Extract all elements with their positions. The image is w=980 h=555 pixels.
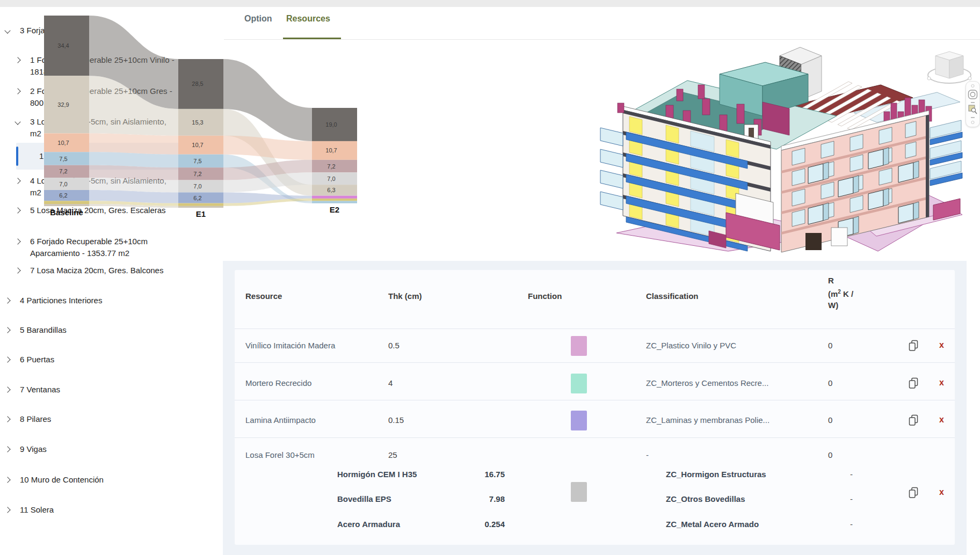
sub-material-thk: 7.98 bbox=[460, 494, 505, 503]
col-header-r: R (m2 K / W) bbox=[828, 275, 853, 311]
delete-row-button[interactable]: x bbox=[939, 378, 944, 388]
row-divider bbox=[235, 362, 955, 363]
sankey-node-value: 6,2 bbox=[193, 195, 201, 201]
sidebar-item-muro[interactable]: 10 Muro de Contención bbox=[0, 474, 185, 486]
sidebar-item-vigas[interactable]: 9 Vigas bbox=[0, 443, 185, 455]
copy-row-button[interactable] bbox=[908, 486, 919, 499]
sankey-node-value: 19,0 bbox=[325, 121, 337, 128]
chevron-right-icon[interactable] bbox=[4, 297, 10, 303]
sankey-node-value: 10,7 bbox=[325, 147, 337, 154]
cell-thk: 0.5 bbox=[388, 341, 400, 350]
cell-r: 0 bbox=[828, 378, 832, 388]
resources-table-card bbox=[235, 270, 955, 545]
delete-row-button[interactable]: x bbox=[939, 487, 944, 497]
sub-material-name: Hormigón CEM I H35 bbox=[337, 470, 417, 479]
sankey-column-label: E1 bbox=[196, 209, 206, 218]
copy-row-button[interactable] bbox=[908, 339, 919, 352]
sankey-node-value: 10,7 bbox=[57, 140, 69, 146]
copy-row-button[interactable] bbox=[908, 414, 919, 427]
sub-material-classification: ZC_Otros Bovedillas bbox=[666, 494, 745, 503]
sankey-node-value: 7,2 bbox=[193, 171, 201, 177]
sankey-node-value: 6,2 bbox=[59, 192, 67, 199]
sankey-node-value: 34,4 bbox=[57, 42, 69, 49]
model-3d-viewport[interactable] bbox=[591, 38, 980, 258]
chevron-right-icon[interactable] bbox=[14, 267, 20, 273]
chevron-right-icon[interactable] bbox=[4, 386, 10, 392]
orbit-tool-icon[interactable] bbox=[969, 90, 977, 99]
chevron-right-icon[interactable] bbox=[4, 446, 10, 452]
sankey-flow bbox=[89, 152, 178, 167]
toolbar-dot-top bbox=[971, 84, 974, 87]
sankey-node-value: 7,5 bbox=[59, 156, 67, 162]
zoom-select-tool-icon[interactable] bbox=[969, 105, 977, 114]
sankey-node-value: 7,0 bbox=[59, 181, 67, 187]
sidebar-item-forjado-7[interactable]: 7 Losa Maciza 20cm, Gres. Balcones bbox=[0, 265, 185, 276]
chevron-right-icon[interactable] bbox=[4, 507, 10, 513]
sankey-node-value: 28,5 bbox=[192, 81, 203, 87]
sidebar-item-barandillas[interactable]: 5 Barandillas bbox=[0, 324, 185, 336]
sub-material-name: Bovedilla EPS bbox=[337, 494, 391, 503]
sidebar-item-particiones[interactable]: 4 Particiones Interiores bbox=[0, 295, 185, 306]
cell-classification: ZC_Laminas y membranas Polie... bbox=[646, 415, 770, 425]
view-cube[interactable] bbox=[927, 52, 971, 83]
cell-thk: 4 bbox=[388, 378, 393, 388]
sub-material-r: - bbox=[850, 520, 853, 529]
sankey-node-value: 7,0 bbox=[327, 176, 335, 182]
sankey-column-label: Baseline bbox=[50, 208, 83, 217]
toolbar-dot-bottom bbox=[971, 121, 974, 123]
sidebar-item-puertas[interactable]: 6 Puertas bbox=[0, 354, 185, 366]
sidebar-item-ventanas[interactable]: 7 Ventanas bbox=[0, 384, 185, 396]
col-header-classification: Classification bbox=[646, 291, 699, 301]
sankey-node bbox=[44, 204, 89, 206]
sub-material-r: - bbox=[850, 494, 853, 503]
sankey-node-value: 7,5 bbox=[193, 158, 201, 164]
cell-resource: Lamina Antiimpacto bbox=[245, 415, 316, 425]
sub-material-name: Acero Armadura bbox=[337, 520, 400, 529]
copy-row-button[interactable] bbox=[908, 377, 919, 390]
cell-r: 0 bbox=[828, 450, 832, 459]
chevron-right-icon[interactable] bbox=[4, 477, 10, 483]
sankey-node bbox=[312, 196, 357, 199]
row-divider bbox=[235, 437, 955, 438]
sub-material-thk: 0.254 bbox=[460, 520, 505, 529]
app-window: 3 Forjados 1 Forjado Recuperable 25+10cm… bbox=[0, 0, 980, 555]
sidebar-item-pilares[interactable]: 8 Pilares bbox=[0, 413, 185, 425]
sub-material-classification: ZC_Hormigon Estructuras bbox=[666, 470, 766, 479]
toolbar-separator bbox=[971, 102, 975, 103]
function-color-swatch[interactable] bbox=[571, 482, 587, 502]
chevron-right-icon[interactable] bbox=[4, 356, 10, 362]
sankey-node-value: 7,2 bbox=[327, 163, 335, 170]
function-color-swatch[interactable] bbox=[571, 411, 587, 430]
chevron-right-icon[interactable] bbox=[4, 416, 10, 422]
sankey-node-value: 32,9 bbox=[57, 101, 69, 108]
cell-resource: Losa Forel 30+5cm bbox=[245, 450, 315, 459]
sidebar-item-forjado-6[interactable]: 6 Forjado Recuperable 25+10cm Aparcamien… bbox=[0, 236, 185, 259]
viewer-toolbar bbox=[966, 81, 980, 127]
col-header-function: Function bbox=[528, 291, 562, 301]
col-header-resource: Resource bbox=[245, 291, 282, 301]
delete-row-button[interactable]: x bbox=[939, 340, 944, 350]
building-model bbox=[591, 38, 980, 258]
sankey-node-value: 10,7 bbox=[192, 142, 203, 148]
delete-row-button[interactable]: x bbox=[939, 415, 944, 425]
sankey-node bbox=[44, 201, 89, 204]
sidebar-item-solera[interactable]: 11 Solera bbox=[0, 504, 185, 516]
cell-thk: 25 bbox=[388, 450, 397, 459]
sankey-chart: 34,432,910,77,57,27,06,2Baseline28,515,3… bbox=[0, 0, 376, 225]
sub-material-classification: ZC_Metal Acero Armado bbox=[666, 520, 759, 529]
cell-resource: Mortero Recrecido bbox=[245, 378, 311, 388]
cell-r: 0 bbox=[828, 341, 832, 350]
sub-material-thk: 16.75 bbox=[460, 470, 505, 479]
chevron-right-icon[interactable] bbox=[14, 238, 20, 244]
sankey-node bbox=[178, 206, 223, 208]
function-color-swatch[interactable] bbox=[571, 374, 587, 393]
toolbar-separator bbox=[971, 117, 975, 118]
sankey-node-value: 15,3 bbox=[192, 119, 203, 126]
sankey-node bbox=[178, 203, 223, 206]
cell-r: 0 bbox=[828, 415, 832, 425]
row-divider bbox=[235, 400, 955, 400]
function-color-swatch[interactable] bbox=[571, 336, 587, 356]
sankey-node bbox=[312, 199, 357, 201]
sankey-node-value: 7,2 bbox=[59, 168, 67, 174]
chevron-right-icon[interactable] bbox=[4, 327, 10, 333]
